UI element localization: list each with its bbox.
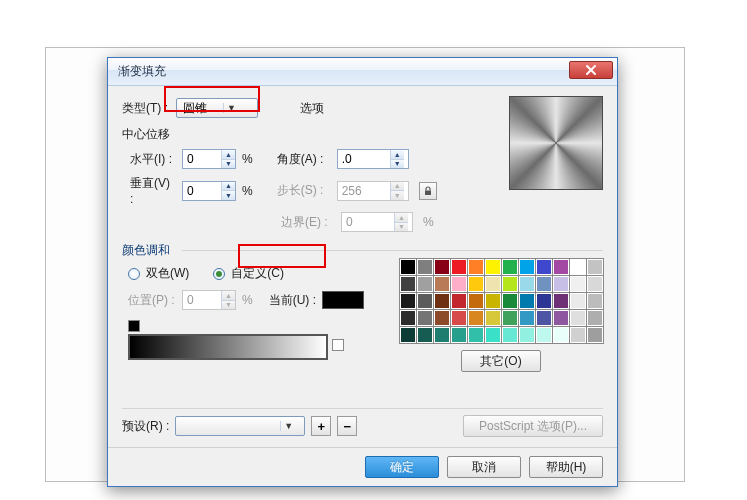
palette-swatch[interactable]	[587, 293, 603, 309]
palette-swatch[interactable]	[451, 327, 467, 343]
edge-input	[342, 213, 394, 231]
radio-icon	[213, 268, 225, 280]
palette-swatch[interactable]	[536, 310, 552, 326]
palette-swatch[interactable]	[519, 293, 535, 309]
palette-swatch[interactable]	[434, 276, 450, 292]
gradient-bar[interactable]	[128, 334, 328, 360]
palette-swatch[interactable]	[417, 259, 433, 275]
palette-swatch[interactable]	[553, 276, 569, 292]
palette-swatch[interactable]	[451, 259, 467, 275]
palette-swatch[interactable]	[587, 276, 603, 292]
vertical-spin[interactable]: ▲▼	[182, 181, 236, 201]
palette-swatch[interactable]	[468, 259, 484, 275]
palette-swatch[interactable]	[485, 259, 501, 275]
palette-swatch[interactable]	[400, 259, 416, 275]
palette-swatch[interactable]	[417, 276, 433, 292]
preset-combo[interactable]: ▼	[175, 416, 305, 436]
palette-grid[interactable]	[399, 258, 604, 344]
palette-swatch[interactable]	[536, 259, 552, 275]
palette-swatch[interactable]	[485, 293, 501, 309]
position-spin: ▲▼	[182, 290, 236, 310]
current-color-swatch[interactable]	[322, 291, 364, 309]
palette-swatch[interactable]	[434, 327, 450, 343]
step-lock-button[interactable]	[419, 182, 437, 200]
palette-swatch[interactable]	[502, 327, 518, 343]
palette-swatch[interactable]	[400, 310, 416, 326]
palette-swatch[interactable]	[468, 327, 484, 343]
spin-arrows[interactable]: ▲▼	[221, 150, 235, 168]
help-button[interactable]: 帮助(H)	[529, 456, 603, 478]
palette-swatch[interactable]	[519, 276, 535, 292]
palette-swatch[interactable]	[400, 293, 416, 309]
position-input	[183, 291, 221, 309]
palette-swatch[interactable]	[502, 293, 518, 309]
palette-swatch[interactable]	[400, 327, 416, 343]
palette-swatch[interactable]	[434, 293, 450, 309]
palette-swatch[interactable]	[519, 310, 535, 326]
palette-swatch[interactable]	[400, 276, 416, 292]
percent-label-disabled: %	[423, 215, 434, 229]
vertical-input[interactable]	[183, 182, 221, 200]
palette-swatch[interactable]	[570, 259, 586, 275]
custom-radio-label: 自定义(C)	[231, 265, 284, 282]
cancel-button[interactable]: 取消	[447, 456, 521, 478]
palette-swatch[interactable]	[485, 327, 501, 343]
palette-swatch[interactable]	[536, 293, 552, 309]
palette-swatch[interactable]	[570, 310, 586, 326]
spin-arrows[interactable]: ▲▼	[390, 150, 404, 168]
palette-swatch[interactable]	[570, 276, 586, 292]
percent-label: %	[242, 152, 253, 166]
close-button[interactable]	[569, 61, 613, 79]
preset-label: 预设(R) :	[122, 418, 169, 435]
other-color-button[interactable]: 其它(O)	[461, 350, 541, 372]
palette-swatch[interactable]	[536, 327, 552, 343]
palette-swatch[interactable]	[587, 259, 603, 275]
palette-swatch[interactable]	[570, 293, 586, 309]
palette-swatch[interactable]	[451, 310, 467, 326]
palette-swatch[interactable]	[587, 310, 603, 326]
palette-swatch[interactable]	[502, 276, 518, 292]
preset-add-button[interactable]: +	[311, 416, 331, 436]
palette-swatch[interactable]	[519, 327, 535, 343]
horizontal-spin[interactable]: ▲▼	[182, 149, 236, 169]
palette-swatch[interactable]	[468, 276, 484, 292]
angle-spin[interactable]: ▲▼	[337, 149, 409, 169]
preset-remove-button[interactable]: −	[337, 416, 357, 436]
palette-swatch[interactable]	[485, 276, 501, 292]
gradient-fill-dialog: 渐变填充 类型(T) : 圆锥 ▼ 选项 中心位移 水平(I) : ▲▼	[107, 57, 618, 487]
custom-radio[interactable]: 自定义(C)	[213, 265, 284, 282]
palette-swatch[interactable]	[451, 276, 467, 292]
palette-swatch[interactable]	[536, 276, 552, 292]
palette-swatch[interactable]	[485, 310, 501, 326]
horizontal-label: 水平(I) :	[122, 151, 176, 168]
grad-end-swatch[interactable]	[332, 339, 344, 351]
gradient-preview	[509, 96, 603, 190]
palette-swatch[interactable]	[587, 327, 603, 343]
type-combo[interactable]: 圆锥 ▼	[176, 98, 258, 118]
palette-swatch[interactable]	[417, 327, 433, 343]
palette-swatch[interactable]	[451, 293, 467, 309]
two-color-radio[interactable]: 双色(W)	[128, 265, 189, 282]
palette-swatch[interactable]	[553, 327, 569, 343]
grad-start-swatch[interactable]	[128, 320, 140, 332]
horizontal-input[interactable]	[183, 150, 221, 168]
palette-swatch[interactable]	[553, 259, 569, 275]
palette-swatch[interactable]	[468, 310, 484, 326]
titlebar[interactable]: 渐变填充	[108, 58, 617, 86]
edge-spin: ▲▼	[341, 212, 413, 232]
palette-swatch[interactable]	[434, 310, 450, 326]
palette-swatch[interactable]	[502, 310, 518, 326]
palette-swatch[interactable]	[553, 310, 569, 326]
palette-swatch[interactable]	[434, 259, 450, 275]
palette-swatch[interactable]	[417, 293, 433, 309]
palette-swatch[interactable]	[570, 327, 586, 343]
palette-swatch[interactable]	[468, 293, 484, 309]
minus-icon: −	[344, 419, 352, 434]
spin-arrows[interactable]: ▲▼	[221, 182, 235, 200]
palette-swatch[interactable]	[553, 293, 569, 309]
ok-button[interactable]: 确定	[365, 456, 439, 478]
palette-swatch[interactable]	[519, 259, 535, 275]
palette-swatch[interactable]	[502, 259, 518, 275]
angle-input[interactable]	[338, 150, 390, 168]
palette-swatch[interactable]	[417, 310, 433, 326]
